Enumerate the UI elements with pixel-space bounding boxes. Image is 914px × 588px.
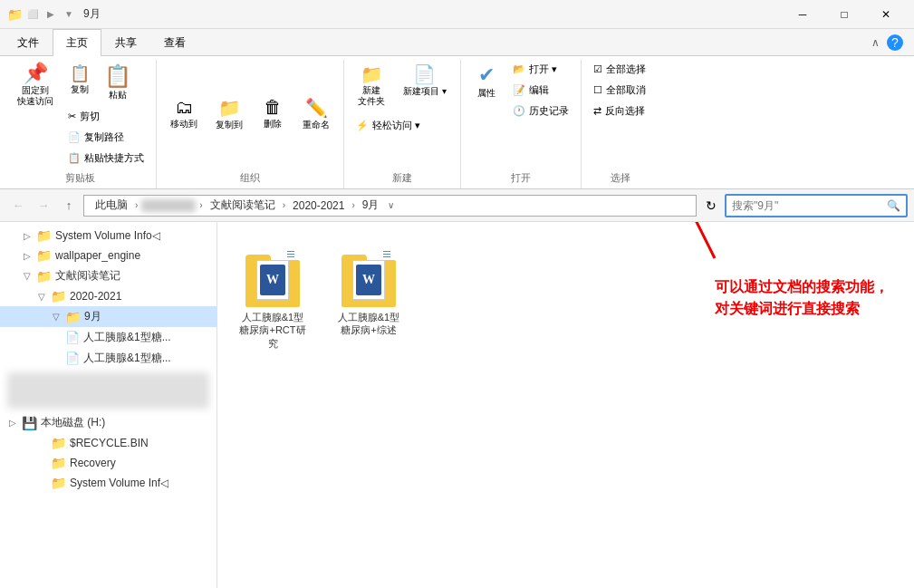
copy-to-icon: 📁 — [218, 97, 241, 119]
maximize-button[interactable]: □ — [823, 0, 865, 29]
invert-selection-button[interactable]: ⇄ 反向选择 — [589, 101, 652, 120]
sidebar-label: 文献阅读笔记 — [55, 268, 120, 284]
copy-paste-col: 📋 复制 📋 粘贴 ✂ 剪切 📄 复制路径 — [63, 60, 149, 168]
paste-button[interactable]: 📋 粘贴 — [98, 60, 138, 105]
tab-file[interactable]: 文件 — [4, 29, 53, 56]
cut-button[interactable]: ✂ 剪切 — [63, 107, 149, 126]
organize-label: 组织 — [164, 168, 336, 185]
path-chevron-3: › — [283, 200, 285, 210]
sidebar-item-system-volume[interactable]: ▷ 📁 System Volume Info◁ — [0, 226, 216, 246]
sidebar-item-rengong1[interactable]: 📄 人工胰腺&1型糖... — [0, 327, 216, 348]
minimize-button[interactable]: ─ — [782, 0, 823, 29]
new-item-button[interactable]: 📄 新建项目 ▾ — [397, 60, 453, 111]
forward-button[interactable]: → — [33, 195, 54, 217]
help-icon[interactable]: ? — [887, 34, 903, 51]
path-year[interactable]: 2020-2021 — [289, 198, 348, 214]
sidebar-label: 本地磁盘 (H:) — [41, 415, 105, 430]
folder-icon: 📁 — [36, 269, 52, 284]
sidebar-item-system-volume2[interactable]: 📁 System Volume Inf◁ — [0, 473, 216, 493]
easy-access-button[interactable]: ⚡ 轻松访问 ▾ — [351, 116, 425, 135]
invert-icon: ⇄ — [593, 105, 601, 117]
sidebar-item-recycle[interactable]: 📁 $RECYCLE.BIN — [0, 433, 216, 453]
open-file-button[interactable]: 📂 打开 ▾ — [508, 60, 573, 79]
back-button[interactable]: ← — [7, 195, 29, 217]
cut-icon: ✂ — [68, 111, 76, 122]
copy-path-button[interactable]: 📄 复制路径 — [63, 128, 149, 147]
folder-icon: 📁 — [36, 248, 52, 263]
pin-button[interactable]: 📌 固定到快速访问 — [11, 60, 60, 111]
ribbon-group-new: 📁 新建文件夹 📄 新建项目 ▾ ⚡ 轻松访问 ▾ 新建 — [344, 60, 461, 188]
word-w-icon: W — [356, 265, 381, 295]
back-icon: ⬜ — [25, 7, 40, 22]
refresh-button[interactable]: ↻ — [700, 195, 722, 217]
properties-icon: ✔ — [478, 63, 495, 87]
tab-view[interactable]: 查看 — [150, 29, 199, 56]
folder-icon: 📁 — [65, 310, 81, 324]
dropdown-icon[interactable]: ▼ — [62, 7, 76, 22]
tree-arrow: ▽ — [36, 292, 47, 302]
blurred-sidebar-content — [7, 372, 209, 409]
sidebar-item-rengong2[interactable]: 📄 人工胰腺&1型糖... — [0, 348, 216, 369]
paste-icon: 📋 — [104, 63, 131, 89]
new-folder-button[interactable]: 📁 新建文件夹 — [351, 60, 391, 111]
paste-shortcut-button[interactable]: 📋 粘贴快捷方式 — [63, 149, 149, 168]
history-icon: 🕐 — [513, 105, 525, 117]
rename-button[interactable]: ✏️ 重命名 — [296, 93, 336, 135]
select-all-button[interactable]: ☑ 全部选择 — [589, 60, 652, 79]
sidebar: ▷ 📁 System Volume Info◁ ▷ 📁 wallpaper_en… — [0, 222, 217, 588]
edit-button[interactable]: 📝 编辑 — [508, 81, 573, 100]
address-path[interactable]: 此电脑 › › 文献阅读笔记 › 2020-2021 › 9月 ∨ — [83, 195, 697, 217]
path-month[interactable]: 9月 — [359, 196, 383, 215]
doc-icon: 📄 — [65, 331, 80, 344]
search-input[interactable] — [732, 199, 883, 212]
ribbon: 文件 主页 共享 查看 ∧ ? 📌 固定到快速访问 📋 复制 — [0, 29, 914, 189]
svg-line-1 — [678, 222, 715, 258]
annotation: 可以通过文档的搜索功能，对关键词进行直接搜索 — [715, 276, 896, 320]
open-label: 打开 — [468, 168, 573, 185]
sidebar-item-9yue[interactable]: ▽ 📁 9月 — [0, 306, 216, 327]
select-items: ☑ 全部选择 ☐ 全部取消 ⇄ 反向选择 — [589, 60, 652, 168]
sidebar-item-local-disk[interactable]: ▷ 💾 本地磁盘 (H:) — [0, 412, 216, 433]
file-item-1[interactable]: W 人工胰腺&1型糖尿病+RCT研究 — [232, 236, 313, 357]
new-label: 新建 — [351, 168, 453, 185]
properties-button[interactable]: ✔ 属性 — [468, 60, 505, 103]
sidebar-item-wallpaper[interactable]: ▷ 📁 wallpaper_engine — [0, 246, 216, 265]
delete-button[interactable]: 🗑 删除 — [255, 93, 291, 134]
ribbon-collapse-icon[interactable]: ∧ — [871, 36, 880, 49]
tree-arrow: ▽ — [22, 271, 33, 281]
path-dropdown-chevron[interactable]: ∨ — [388, 200, 394, 210]
window-title: 9月 — [83, 6, 101, 22]
search-box[interactable]: 🔍 — [726, 195, 907, 217]
file-item-2[interactable]: W 人工胰腺&1型糖尿病+综述 — [328, 236, 409, 357]
sidebar-item-2020-2021[interactable]: ▽ 📁 2020-2021 — [0, 286, 216, 306]
folder-icon: 📁 — [51, 289, 66, 304]
title-bar: 📁 ⬜ ▶ ▼ 9月 ─ □ ✕ — [0, 0, 914, 29]
tab-home[interactable]: 主页 — [53, 29, 101, 56]
copy-to-button[interactable]: 📁 复制到 — [209, 93, 249, 135]
up-button[interactable]: ↑ — [58, 195, 80, 217]
clipboard-label: 剪贴板 — [11, 168, 149, 185]
path-computer[interactable]: 此电脑 — [91, 196, 131, 215]
select-label: 选择 — [589, 168, 652, 185]
word-w-icon: W — [260, 265, 285, 295]
move-to-button[interactable]: 🗂 移动到 — [164, 93, 204, 134]
path-chevron-1: › — [135, 200, 138, 210]
sidebar-item-wenxian[interactable]: ▽ 📁 文献阅读笔记 — [0, 265, 216, 286]
select-none-button[interactable]: ☐ 全部取消 — [589, 81, 652, 100]
close-button[interactable]: ✕ — [865, 0, 907, 29]
move-icon: 🗂 — [175, 97, 193, 118]
tree-arrow: ▽ — [51, 312, 62, 322]
sidebar-item-recovery[interactable]: 📁 Recovery — [0, 453, 216, 473]
tree-arrow: ▷ — [22, 251, 33, 261]
search-icon[interactable]: 🔍 — [887, 199, 900, 212]
title-bar-icons: 📁 ⬜ ▶ ▼ — [7, 7, 76, 22]
ribbon-group-organize: 🗂 移动到 📁 复制到 🗑 删除 ✏️ 重命名 组织 — [157, 60, 344, 188]
file-icon-2: W — [342, 244, 396, 307]
path-wenxian[interactable]: 文献阅读笔记 — [207, 196, 279, 215]
sidebar-label: $RECYCLE.BIN — [70, 437, 149, 449]
history-button[interactable]: 🕐 历史记录 — [508, 101, 573, 120]
copy-button[interactable]: 📋 复制 — [63, 60, 96, 105]
folder-icon: 📁 — [51, 476, 66, 490]
tab-share[interactable]: 共享 — [101, 29, 150, 56]
sidebar-label: wallpaper_engine — [55, 249, 140, 262]
